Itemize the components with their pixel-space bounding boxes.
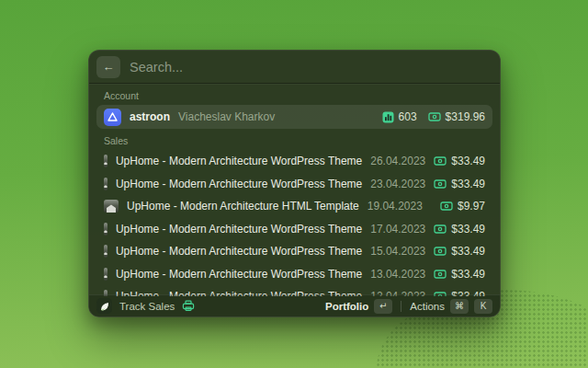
sale-title: UpHome - Modern Architecture WordPress T…	[116, 223, 362, 236]
balance-value: $319.96	[446, 110, 485, 123]
sale-price: $33.49	[451, 245, 485, 258]
launcher-window: ← Account astroon Viacheslav Kharkov	[88, 50, 501, 317]
sale-title: UpHome - Modern Architecture HTML Templa…	[127, 200, 359, 213]
actions-menu-button[interactable]: Actions ⌘ K	[410, 299, 492, 314]
footer-bar: Track Sales Portfolio ↵ Actions ⌘ K	[89, 294, 500, 316]
sale-price: $33.49	[451, 223, 485, 236]
sale-title: UpHome - Modern Architecture WordPress T…	[116, 178, 362, 190]
results-list: Account astroon Viacheslav Kharkov	[89, 84, 500, 296]
banknote-icon	[428, 111, 441, 122]
footer-app-name: Track Sales	[119, 301, 175, 312]
product-thumbnail-icon	[104, 223, 107, 236]
banknote-icon	[434, 155, 447, 167]
sale-price: $33.49	[451, 155, 485, 167]
sale-amount-metric: $33.49	[434, 155, 485, 167]
astroon-logo-icon	[104, 109, 121, 126]
sale-row[interactable]: UpHome - Modern Architecture HTML Templa…	[96, 195, 492, 218]
account-row[interactable]: astroon Viacheslav Kharkov 603	[96, 105, 492, 129]
section-header-sales: Sales	[96, 129, 492, 150]
product-thumbnail-icon	[104, 200, 119, 213]
sale-amount-metric: $9.97	[440, 200, 485, 213]
banknote-icon	[434, 224, 447, 235]
search-input[interactable]	[130, 60, 489, 75]
sale-row[interactable]: UpHome - Modern Architecture WordPress T…	[96, 263, 492, 286]
sales-count-metric: 603	[382, 110, 417, 123]
banknote-icon	[434, 246, 447, 257]
sale-price: $9.97	[458, 200, 485, 213]
sale-amount-metric: $33.49	[434, 268, 485, 281]
account-subtitle: Viacheslav Kharkov	[178, 110, 275, 123]
enter-key-badge: ↵	[374, 299, 392, 314]
sale-price: $33.49	[451, 268, 485, 281]
sale-row[interactable]: UpHome - Modern Architecture WordPress T…	[96, 150, 492, 173]
sale-date: 19.04.2023	[368, 200, 423, 213]
sale-amount-metric: $33.49	[434, 223, 485, 236]
sale-row[interactable]: UpHome - Modern Architecture WordPress T…	[96, 240, 492, 263]
banknote-icon	[440, 201, 453, 212]
sale-date: 17.04.2023	[370, 223, 425, 236]
product-thumbnail-icon	[104, 245, 107, 258]
sale-title: UpHome - Modern Architecture WordPress T…	[116, 268, 362, 281]
back-button[interactable]: ←	[96, 56, 120, 78]
sale-title: UpHome - Modern Architecture WordPress T…	[116, 155, 362, 167]
account-name: astroon	[130, 110, 170, 123]
sale-price: $33.49	[451, 178, 485, 190]
sale-date: 15.04.2023	[370, 245, 425, 258]
product-thumbnail-icon	[104, 268, 107, 281]
portfolio-action-label: Portfolio	[325, 301, 368, 312]
product-thumbnail-icon	[104, 178, 107, 190]
banknote-icon	[434, 178, 447, 190]
printer-icon	[182, 300, 195, 312]
sale-title: UpHome - Modern Architecture WordPress T…	[116, 245, 362, 258]
sales-count-value: 603	[399, 110, 417, 123]
k-key-badge: K	[474, 299, 492, 314]
actions-menu-label: Actions	[410, 301, 445, 312]
track-sales-app-icon	[96, 298, 112, 314]
banknote-icon	[434, 269, 447, 280]
product-thumbnail-icon	[104, 155, 107, 167]
sales-list: UpHome - Modern Architecture WordPress T…	[96, 150, 492, 296]
bar-chart-icon	[382, 111, 394, 123]
section-header-account: Account	[96, 84, 492, 105]
sale-date: 23.04.2023	[370, 178, 425, 190]
sale-amount-metric: $33.49	[434, 245, 485, 258]
sale-amount-metric: $33.49	[434, 178, 485, 190]
footer-divider	[401, 301, 401, 312]
search-bar: ←	[89, 51, 500, 84]
sale-row[interactable]: UpHome - Modern Architecture WordPress T…	[96, 173, 492, 196]
sale-row[interactable]: UpHome - Modern Architecture WordPress T…	[96, 218, 492, 241]
back-arrow-icon: ←	[103, 60, 115, 74]
sale-date: 26.04.2023	[370, 155, 425, 167]
portfolio-action-button[interactable]: Portfolio ↵	[325, 299, 392, 314]
balance-metric: $319.96	[428, 110, 485, 123]
sale-date: 13.04.2023	[370, 268, 425, 281]
cmd-key-badge: ⌘	[450, 299, 469, 314]
